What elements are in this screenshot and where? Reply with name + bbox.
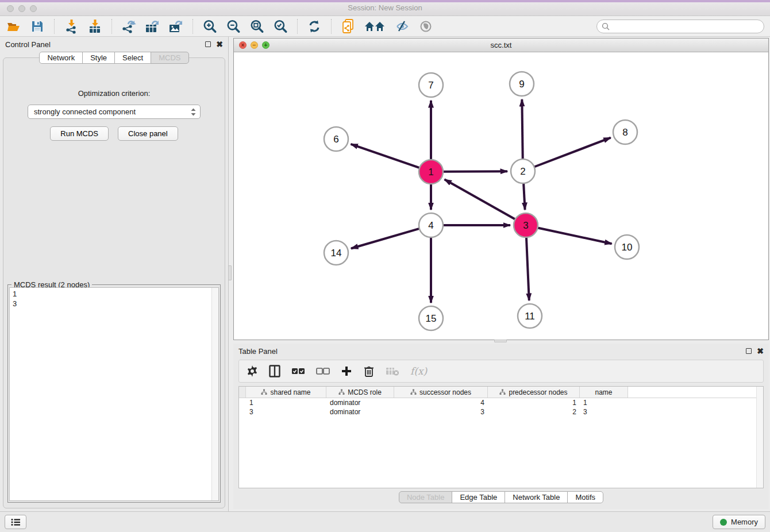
search-input[interactable] [596, 20, 764, 33]
delete-table-button [386, 364, 399, 378]
graph-node-label-4: 4 [428, 220, 433, 231]
node-table: shared name MCDS role successor nodes pr… [238, 386, 764, 488]
tab-network-table[interactable]: Network Table [505, 491, 568, 503]
os-titlebar: Session: New Session [0, 0, 770, 16]
main-toolbar [0, 16, 770, 37]
control-panel-header: Control Panel ✖ [0, 37, 228, 52]
table-mode-button[interactable] [247, 364, 258, 378]
table-row[interactable]: 1 dominator 4 1 1 [239, 398, 763, 407]
control-panel-title: Control Panel [5, 40, 51, 49]
graph-edge-2-3[interactable] [523, 183, 525, 210]
zoom-fit-button[interactable] [249, 18, 265, 34]
column-type-icon [499, 389, 506, 395]
new-network-from-selection-button[interactable] [340, 18, 356, 34]
open-file-button[interactable] [6, 18, 22, 34]
graph-node-label-11: 11 [525, 311, 535, 322]
delete-table-icon [386, 367, 399, 376]
import-table-button[interactable] [87, 18, 103, 34]
first-neighbors-button[interactable] [364, 18, 387, 34]
graph-node-label-3: 3 [523, 220, 528, 231]
run-mcds-button[interactable]: Run MCDS [50, 126, 109, 141]
table-tabs: Node Table Edge Table Network Table Moti… [233, 491, 769, 503]
horizontal-splitter-handle[interactable] [494, 340, 507, 342]
network-canvas[interactable]: 7968124314101511 [234, 52, 768, 340]
select-all-columns-button[interactable] [291, 364, 305, 378]
table-scrollbar[interactable] [756, 387, 763, 488]
eye-icon [418, 20, 433, 33]
select-all-icon [291, 367, 305, 375]
float-panel-icon[interactable] [205, 41, 211, 47]
toolbar-separator [331, 19, 332, 34]
close-table-panel-icon[interactable]: ✖ [757, 348, 764, 354]
toolbar-separator [297, 19, 298, 34]
list-icon [11, 518, 21, 526]
result-scrollbar[interactable] [211, 288, 218, 500]
optimization-criterion-select[interactable]: strongly connected component [28, 105, 201, 119]
trash-icon [364, 365, 374, 377]
close-panel-button[interactable]: Close panel [118, 126, 178, 141]
export-table-button[interactable] [144, 18, 160, 34]
selected-criterion: strongly connected component [34, 107, 190, 116]
delete-columns-button[interactable] [363, 364, 375, 378]
create-column-button[interactable] [341, 364, 352, 378]
plus-icon [341, 365, 352, 377]
tab-motifs[interactable]: Motifs [567, 491, 603, 503]
export-network-button[interactable] [121, 18, 137, 34]
column-header-shared-name[interactable]: shared name [246, 387, 326, 398]
float-table-panel-icon[interactable] [746, 348, 752, 354]
function-builder-icon: f(x) [410, 365, 427, 377]
function-builder-button: f(x) [410, 364, 427, 378]
show-all-button[interactable] [418, 18, 434, 34]
apply-layout-button[interactable] [306, 18, 322, 34]
export-image-button[interactable] [168, 18, 184, 34]
column-header-name[interactable]: name [580, 387, 628, 398]
mcds-result-list[interactable]: 1 3 [9, 287, 219, 501]
table-row[interactable]: 3 dominator 3 2 3 [239, 407, 763, 417]
application-window: Session: New Session [0, 0, 770, 532]
save-floppy-icon [30, 20, 44, 33]
graph-edge-1-2[interactable] [443, 171, 507, 172]
tab-edge-table[interactable]: Edge Table [452, 491, 505, 503]
graph-node-label-6: 6 [333, 134, 338, 145]
graph-edge-3-1[interactable] [445, 179, 515, 219]
zoom-selected-button[interactable] [272, 18, 288, 34]
import-network-button[interactable] [63, 18, 79, 34]
column-header-successor-nodes[interactable]: successor nodes [394, 387, 488, 398]
graph-edge-4-14[interactable] [351, 229, 419, 249]
graph-node-label-2: 2 [520, 166, 525, 177]
double-home-icon [364, 20, 387, 33]
close-panel-icon[interactable]: ✖ [216, 41, 223, 47]
refresh-layout-icon [307, 19, 322, 34]
column-header-predecessor-nodes[interactable]: predecessor nodes [488, 387, 580, 398]
save-session-button[interactable] [29, 18, 45, 34]
tab-network[interactable]: Network [39, 52, 83, 64]
import-network-icon [64, 19, 79, 34]
task-history-button[interactable] [5, 515, 26, 529]
vertical-splitter-handle[interactable] [228, 265, 232, 280]
graph-node-label-9: 9 [519, 79, 524, 90]
deselect-all-columns-button[interactable] [316, 364, 330, 378]
graph-edge-1-6[interactable] [351, 144, 420, 168]
zoom-in-button[interactable] [202, 18, 218, 34]
network-graph: 7968124314101511 [234, 52, 768, 340]
graph-edge-3-10[interactable] [538, 228, 612, 244]
graph-edge-2-9[interactable] [522, 99, 522, 159]
gear-icon [247, 365, 258, 377]
network-window-titlebar[interactable]: × − + scc.txt [234, 38, 768, 52]
tab-node-table[interactable]: Node Table [399, 491, 453, 503]
tab-mcds[interactable]: MCDS [151, 52, 188, 64]
network-window-title: scc.txt [234, 41, 768, 49]
hide-selected-button[interactable] [394, 18, 410, 34]
graph-node-label-14: 14 [331, 248, 342, 259]
tab-style[interactable]: Style [82, 52, 115, 64]
status-bar: Memory [0, 511, 770, 532]
column-header-mcds-role[interactable]: MCDS role [326, 387, 394, 398]
session-title: Session: New Session [0, 3, 770, 12]
memory-button[interactable]: Memory [713, 515, 765, 529]
graph-edge-2-8[interactable] [534, 138, 611, 167]
zoom-out-button[interactable] [225, 18, 241, 34]
mcds-result-group: MCDS result (2 nodes) 1 3 [7, 284, 221, 503]
tab-select[interactable]: Select [114, 52, 151, 64]
show-columns-button[interactable] [269, 364, 280, 378]
graph-edge-3-11[interactable] [526, 237, 529, 300]
